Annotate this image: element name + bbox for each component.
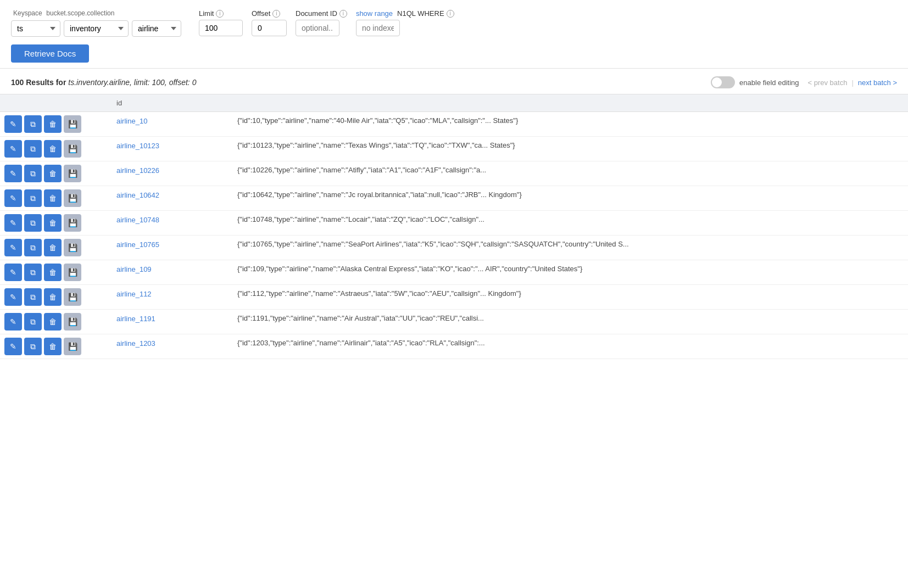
docid-info-icon[interactable]: i (339, 10, 347, 18)
edit-button[interactable]: ✎ (4, 140, 22, 158)
save-button[interactable]: 💾 (64, 189, 81, 207)
edit-button[interactable]: ✎ (4, 115, 22, 133)
col-header-actions (0, 94, 110, 112)
copy-button[interactable]: ⧉ (24, 115, 42, 133)
limit-input[interactable] (199, 20, 243, 36)
document-id-group: Document ID i (296, 9, 347, 36)
copy-button[interactable]: ⧉ (24, 165, 42, 182)
doc-id-link[interactable]: airline_1203 (116, 339, 155, 348)
copy-button[interactable]: ⧉ (24, 288, 42, 306)
copy-button[interactable]: ⧉ (24, 338, 42, 355)
field-editing-toggle[interactable] (711, 76, 735, 88)
row-actions: ✎⧉🗑💾 (0, 186, 110, 211)
delete-button[interactable]: 🗑 (44, 264, 62, 281)
next-batch-link[interactable]: next batch > (858, 79, 897, 87)
row-id: airline_10123 (110, 137, 231, 161)
delete-button[interactable]: 🗑 (44, 288, 62, 306)
delete-button[interactable]: 🗑 (44, 140, 62, 158)
row-data: {"id":109,"type":"airline","name":"Alask… (231, 260, 908, 285)
copy-button[interactable]: ⧉ (24, 239, 42, 256)
documents-table: id ✎⧉🗑💾airline_10{"id":10,"type":"airlin… (0, 94, 908, 359)
edit-button[interactable]: ✎ (4, 239, 22, 256)
doc-id-link[interactable]: airline_10748 (116, 216, 159, 224)
save-button[interactable]: 💾 (64, 214, 81, 232)
row-actions: ✎⧉🗑💾 (0, 112, 110, 137)
edit-button[interactable]: ✎ (4, 288, 22, 306)
results-right: enable field editing < prev batch | next… (711, 76, 897, 88)
delete-button[interactable]: 🗑 (44, 189, 62, 207)
delete-button[interactable]: 🗑 (44, 239, 62, 256)
copy-button[interactable]: ⧉ (24, 264, 42, 281)
doc-id-link[interactable]: airline_10 (116, 117, 147, 125)
doc-id-link[interactable]: airline_112 (116, 290, 152, 298)
show-range-link[interactable]: show range (356, 9, 393, 18)
edit-button[interactable]: ✎ (4, 264, 22, 281)
offset-input[interactable] (252, 20, 287, 36)
bucket-select[interactable]: ts other1 (11, 20, 60, 37)
limit-info-icon[interactable]: i (216, 10, 224, 18)
results-query-info: ts.inventory.airline, limit: 100, offset… (68, 78, 196, 87)
edit-button[interactable]: ✎ (4, 214, 22, 232)
copy-button[interactable]: ⧉ (24, 214, 42, 232)
copy-button[interactable]: ⧉ (24, 313, 42, 331)
col-header-id: id (110, 94, 231, 112)
row-actions: ✎⧉🗑💾 (0, 310, 110, 334)
row-data: {"id":10765,"type":"airline","name":"Sea… (231, 236, 908, 260)
doc-id-link[interactable]: airline_10765 (116, 240, 159, 249)
edit-button[interactable]: ✎ (4, 189, 22, 207)
save-button[interactable]: 💾 (64, 313, 81, 331)
n1ql-input[interactable] (356, 20, 400, 36)
save-button[interactable]: 💾 (64, 338, 81, 355)
delete-button[interactable]: 🗑 (44, 214, 62, 232)
col-header-data (231, 94, 908, 112)
table-body: ✎⧉🗑💾airline_10{"id":10,"type":"airline",… (0, 112, 908, 359)
edit-button[interactable]: ✎ (4, 338, 22, 355)
row-id: airline_1203 (110, 334, 231, 359)
row-actions: ✎⧉🗑💾 (0, 137, 110, 161)
results-text: 100 Results for ts.inventory.airline, li… (11, 78, 196, 87)
row-data: {"id":112,"type":"airline","name":"Astra… (231, 285, 908, 310)
doc-id-link[interactable]: airline_10123 (116, 142, 159, 150)
doc-id-link[interactable]: airline_10642 (116, 191, 159, 199)
doc-id-link[interactable]: airline_1191 (116, 315, 155, 323)
table-row: ✎⧉🗑💾airline_10765{"id":10765,"type":"air… (0, 236, 908, 260)
table-row: ✎⧉🗑💾airline_1191{"id":1191,"type":"airli… (0, 310, 908, 334)
retrieve-docs-button[interactable]: Retrieve Docs (11, 44, 89, 63)
document-id-label: Document ID i (296, 9, 347, 18)
prev-batch-link[interactable]: < prev batch (808, 79, 848, 87)
save-button[interactable]: 💾 (64, 239, 81, 256)
delete-button[interactable]: 🗑 (44, 115, 62, 133)
scope-select[interactable]: inventory other_scope (64, 20, 129, 37)
edit-button[interactable]: ✎ (4, 313, 22, 331)
save-button[interactable]: 💾 (64, 288, 81, 306)
copy-button[interactable]: ⧉ (24, 140, 42, 158)
row-data: {"id":10123,"type":"airline","name":"Tex… (231, 137, 908, 161)
row-data: {"id":10748,"type":"airline","name":"Loc… (231, 211, 908, 236)
row-id: airline_1191 (110, 310, 231, 334)
row-data: {"id":1203,"type":"airline","name":"Airl… (231, 334, 908, 359)
copy-button[interactable]: ⧉ (24, 189, 42, 207)
row-id: airline_10226 (110, 161, 231, 186)
doc-id-link[interactable]: airline_109 (116, 265, 152, 273)
table-row: ✎⧉🗑💾airline_10123{"id":10123,"type":"air… (0, 137, 908, 161)
delete-button[interactable]: 🗑 (44, 338, 62, 355)
row-actions: ✎⧉🗑💾 (0, 161, 110, 186)
n1ql-info-icon[interactable]: i (447, 10, 454, 18)
controls-row: Keyspace bucket.scope.collection ts othe… (11, 9, 897, 37)
delete-button[interactable]: 🗑 (44, 165, 62, 182)
edit-button[interactable]: ✎ (4, 165, 22, 182)
row-id: airline_10748 (110, 211, 231, 236)
keyspace-title: Keyspace (13, 9, 42, 17)
save-button[interactable]: 💾 (64, 165, 81, 182)
row-actions: ✎⧉🗑💾 (0, 260, 110, 285)
save-button[interactable]: 💾 (64, 115, 81, 133)
offset-info-icon[interactable]: i (272, 10, 280, 18)
document-id-input[interactable] (296, 20, 339, 36)
row-data: {"id":10642,"type":"airline","name":"Jc … (231, 186, 908, 211)
collection-select[interactable]: airline airport hotel (132, 20, 181, 37)
save-button[interactable]: 💾 (64, 140, 81, 158)
row-id: airline_109 (110, 260, 231, 285)
doc-id-link[interactable]: airline_10226 (116, 166, 159, 175)
save-button[interactable]: 💾 (64, 264, 81, 281)
delete-button[interactable]: 🗑 (44, 313, 62, 331)
